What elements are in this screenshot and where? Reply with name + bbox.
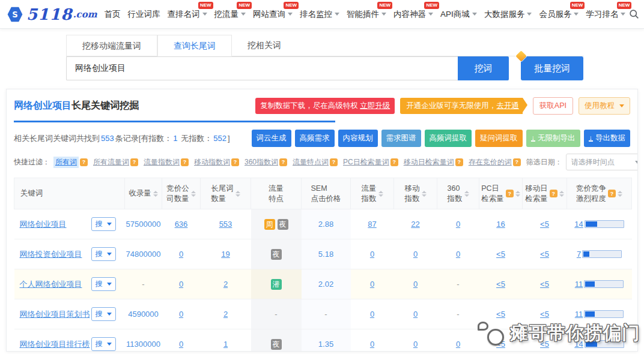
- flow-index-link[interactable]: 0: [370, 340, 374, 349]
- logo[interactable]: S 5118 .com: [6, 6, 97, 23]
- help-icon[interactable]: ?: [608, 190, 616, 197]
- keyword-search-button[interactable]: 搜: [91, 247, 116, 261]
- nav-item-10[interactable]: 会员服务NEW: [535, 0, 582, 28]
- keyword-link[interactable]: 网络创业项目: [20, 219, 67, 230]
- sort-icons[interactable]: [422, 191, 427, 197]
- help-icon[interactable]: ?: [550, 190, 557, 197]
- filter-link[interactable]: 所有词: [53, 157, 79, 168]
- pc-search-link[interactable]: <5: [496, 310, 505, 319]
- upgrade-link[interactable]: 立即升级: [360, 101, 390, 110]
- keyword-search-button[interactable]: 搜: [91, 217, 116, 231]
- help-icon[interactable]: ?: [80, 158, 88, 166]
- help-icon[interactable]: ?: [181, 158, 189, 166]
- competition-link[interactable]: 11: [575, 310, 583, 319]
- filter-link[interactable]: 流量特点词: [293, 157, 329, 167]
- mobile-search-link[interactable]: <5: [540, 310, 549, 319]
- nav-item-5[interactable]: 排名监控: [296, 0, 343, 28]
- action-button-4[interactable]: 高频词提取: [425, 130, 472, 147]
- tutorial-button[interactable]: 使用教程: [579, 97, 630, 115]
- bid-companies-link[interactable]: 0: [179, 280, 183, 289]
- mobile-search-link[interactable]: <5: [540, 280, 549, 289]
- tab-2[interactable]: 挖相关词: [232, 35, 297, 56]
- search-icon[interactable]: [629, 9, 639, 19]
- mobile-index-link[interactable]: 0: [413, 340, 418, 349]
- mobile-index-link[interactable]: 0: [413, 250, 418, 259]
- nav-item-11[interactable]: 学习排名NEW: [582, 0, 629, 28]
- help-icon[interactable]: ?: [513, 158, 521, 166]
- sort-icons[interactable]: [515, 191, 520, 197]
- help-icon[interactable]: ?: [506, 190, 514, 197]
- action-button-3[interactable]: 需求图谱: [381, 130, 421, 147]
- mobile-index-link[interactable]: 0: [413, 310, 418, 319]
- sort-icons[interactable]: [464, 191, 469, 197]
- filter-link[interactable]: 存在竞价的词: [469, 157, 512, 167]
- help-icon[interactable]: ?: [390, 158, 398, 166]
- sort-icons[interactable]: [618, 191, 622, 197]
- keyword-link[interactable]: 个人网络创业项目: [20, 279, 82, 290]
- enterprise-banner[interactable]: 开通企业版可享无限使用，去开通: [400, 98, 523, 114]
- tab-0[interactable]: 挖移动端流量词: [66, 35, 157, 56]
- mobile-index-link[interactable]: 22: [411, 220, 419, 229]
- sort-icons[interactable]: [153, 191, 158, 197]
- help-icon[interactable]: ?: [330, 158, 338, 166]
- mobile-search-link[interactable]: <5: [540, 220, 549, 229]
- index-360-link[interactable]: 0: [456, 250, 460, 259]
- action-button-6[interactable]: ↓无限制导出: [526, 130, 580, 147]
- nav-item-0[interactable]: 首页: [101, 0, 124, 28]
- keyword-search-button[interactable]: 搜: [91, 277, 116, 291]
- help-icon[interactable]: ?: [231, 158, 239, 166]
- action-button-1[interactable]: 高频需求: [295, 130, 335, 147]
- keyword-link[interactable]: 网络投资创业项目: [20, 249, 82, 260]
- help-icon[interactable]: ?: [455, 158, 463, 166]
- nav-item-1[interactable]: 行业词库: [124, 0, 164, 28]
- keyword-search-input[interactable]: [66, 56, 458, 80]
- nav-item-2[interactable]: 查排名词NEW: [164, 0, 211, 28]
- competition-link[interactable]: 14: [574, 220, 583, 229]
- mobile-search-link[interactable]: <5: [540, 250, 549, 259]
- keyword-search-button[interactable]: 搜: [91, 337, 116, 351]
- filter-link[interactable]: 所有流量词: [93, 157, 129, 167]
- help-icon[interactable]: ?: [130, 158, 138, 166]
- upgrade-banner[interactable]: 复制数据下载，尽在高级特权 立即升级: [255, 98, 395, 114]
- sort-icons[interactable]: [559, 191, 564, 197]
- action-button-5[interactable]: 疑问词提取: [475, 130, 523, 147]
- action-button-2[interactable]: 内容规划: [338, 130, 378, 147]
- action-button-7[interactable]: ↓导出数据: [584, 130, 631, 147]
- action-button-0[interactable]: 词云生成: [252, 130, 291, 147]
- index-360-link[interactable]: 0: [456, 220, 460, 229]
- filter-link[interactable]: 移动指数词: [194, 157, 230, 167]
- flow-index-link[interactable]: 0: [370, 250, 374, 259]
- keyword-link[interactable]: 网络创业项目排行榜: [20, 339, 90, 350]
- bid-companies-link[interactable]: 0: [179, 340, 183, 349]
- pc-search-link[interactable]: <5: [496, 280, 505, 289]
- filter-link[interactable]: 移动日检索量词: [404, 157, 454, 167]
- sort-icons[interactable]: [191, 191, 196, 197]
- sort-icons[interactable]: [235, 191, 240, 197]
- filter-link[interactable]: PC日检索量词: [343, 157, 389, 167]
- longtail-link[interactable]: 19: [221, 250, 229, 259]
- bid-companies-link[interactable]: 636: [175, 220, 188, 229]
- nav-item-6[interactable]: 智能插件NEW: [343, 0, 390, 28]
- pc-search-link[interactable]: <5: [496, 250, 505, 259]
- flow-index-link[interactable]: 0: [370, 310, 374, 319]
- longtail-link[interactable]: 2: [223, 310, 228, 319]
- filter-link[interactable]: 360指数词: [245, 157, 278, 167]
- keyword-search-button[interactable]: 搜: [91, 307, 116, 321]
- longtail-link[interactable]: 553: [219, 220, 232, 229]
- pc-search-link[interactable]: 16: [496, 220, 505, 229]
- bid-companies-link[interactable]: 0: [179, 310, 183, 319]
- competition-link[interactable]: 7: [577, 250, 581, 259]
- help-icon[interactable]: ?: [279, 158, 287, 166]
- bid-companies-link[interactable]: 0: [179, 250, 183, 259]
- mobile-index-link[interactable]: 0: [413, 280, 418, 289]
- flow-index-link[interactable]: 0: [370, 280, 374, 289]
- flow-index-link[interactable]: 87: [368, 220, 376, 229]
- date-select[interactable]: 请选择时间点: [566, 154, 638, 170]
- longtail-link[interactable]: 1: [223, 340, 228, 349]
- keyword-link[interactable]: 网络创业项目策划书: [20, 309, 90, 320]
- index-360-link[interactable]: 0: [456, 340, 460, 349]
- batch-dig-button[interactable]: 批量挖词: [521, 56, 583, 80]
- longtail-link[interactable]: 2: [223, 280, 228, 289]
- nav-item-4[interactable]: 网站查询NEW: [249, 0, 296, 28]
- nav-item-8[interactable]: API商城: [437, 0, 481, 28]
